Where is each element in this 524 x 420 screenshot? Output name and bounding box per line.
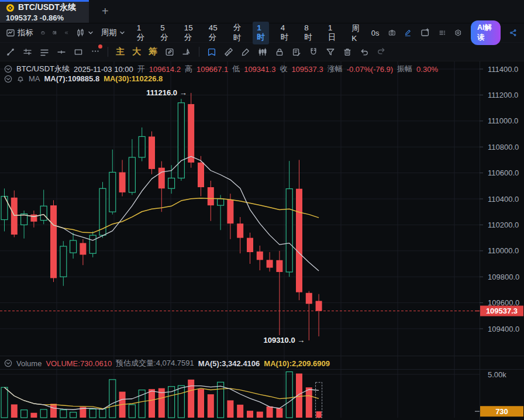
tab-price: 109537.3: [6, 13, 37, 22]
indicator-button[interactable]: 指标: [6, 27, 33, 38]
timeframe-1w[interactable]: 周K: [347, 22, 364, 44]
timeframe-15m[interactable]: 15分: [180, 22, 197, 44]
save-layout-icon[interactable]: [41, 28, 45, 37]
indicator-label: 指标: [18, 27, 33, 38]
ma-name: MA: [29, 74, 40, 83]
drawing-toolbar: 主 大 筹: [0, 43, 524, 61]
svg-text:110200.0: 110200.0: [488, 221, 519, 229]
svg-text:111400.0: 111400.0: [488, 65, 518, 74]
amplitude-label: 振幅: [397, 64, 412, 74]
tab-bar: BTC/USDT永续 109537.3 -0.86% +: [0, 0, 524, 23]
filter-funnel-icon[interactable]: [326, 47, 335, 57]
ohlc-datetime: 2025-11-03 10:00: [74, 65, 133, 74]
settings-gear-icon[interactable]: [454, 28, 462, 37]
rewind-icon[interactable]: [64, 28, 68, 37]
svg-text:109310.0 →: 109310.0 →: [263, 336, 305, 345]
big-order-tool[interactable]: 大: [132, 46, 141, 57]
tab-change: -0.86%: [40, 13, 64, 22]
magnet-icon[interactable]: [309, 47, 318, 57]
current-volume-value: VOLUME:730.0610: [46, 359, 112, 368]
chart-region[interactable]: 109537.3111400.0111200.0111000.0110800.0…: [0, 61, 524, 420]
chip-distribution-tool[interactable]: 筹: [149, 46, 157, 57]
add-tab-button[interactable]: +: [89, 0, 122, 23]
collapse-chevron-icon[interactable]: [4, 359, 12, 367]
template-edit-icon[interactable]: [165, 47, 174, 57]
timeframe-1d[interactable]: 1日: [324, 22, 340, 44]
more-tools-button[interactable]: [91, 46, 100, 58]
change-value: -0.07%(-76.9): [347, 65, 393, 74]
redo-icon[interactable]: [377, 46, 386, 56]
main-chart-tool[interactable]: 主: [116, 46, 125, 57]
estimated-volume-value: 预估成交量:4,074.7591: [116, 358, 194, 369]
svg-text:111000.0: 111000.0: [488, 116, 518, 125]
svg-text:109537.3: 109537.3: [486, 307, 518, 315]
volume-ma10-value: MA(10):2,209.6909: [264, 359, 330, 368]
open-value: 109614.2: [149, 65, 181, 74]
svg-text:110000.0: 110000.0: [488, 246, 519, 255]
candle-countdown: 0s: [371, 29, 380, 37]
undo-icon[interactable]: [360, 47, 369, 57]
timeframe-8h[interactable]: 8时: [300, 22, 316, 44]
cross-line-tool-icon[interactable]: [57, 47, 66, 57]
timeframe-1h-selected[interactable]: 1时: [253, 22, 269, 44]
timeframe-4h[interactable]: 4时: [277, 22, 293, 44]
high-value: 109667.1: [196, 65, 228, 74]
trash-icon[interactable]: [343, 47, 352, 57]
volume-info-row: Volume VOLUME:730.0610 预估成交量:4,074.7591 …: [4, 358, 330, 369]
collapse-chevron-icon[interactable]: [4, 75, 12, 83]
trend-line-tool-icon[interactable]: [6, 47, 15, 57]
alert-bell-icon[interactable]: [16, 75, 25, 83]
main-toolbar: 指标 周期 1分 5分 15分 45分 分时 1时 4时 8时 1日 周K 0s…: [0, 23, 524, 43]
svg-text:5.00k: 5.00k: [488, 370, 506, 379]
timeframe-45m[interactable]: 45分: [205, 22, 222, 44]
candle-group-icon[interactable]: [258, 47, 267, 57]
chart-style-button[interactable]: [76, 28, 94, 37]
ai-analysis-button[interactable]: AI解读: [471, 20, 501, 45]
ruler-icon[interactable]: [224, 47, 233, 57]
indicator-chart-icon: [6, 28, 15, 37]
lock-icon[interactable]: [275, 47, 284, 57]
timeframe-1m[interactable]: 1分: [133, 22, 149, 44]
ohlc-symbol: BTC/USDT永续: [16, 64, 70, 74]
low-label: 低: [232, 64, 240, 74]
close-label: 收: [280, 64, 287, 74]
ohlc-info-row: BTC/USDT永续 2025-11-03 10:00 开 109614.2 高…: [4, 64, 438, 74]
low-value: 109341.3: [244, 65, 275, 74]
brush-icon[interactable]: [241, 47, 250, 57]
svg-text:111200.0: 111200.0: [488, 91, 518, 99]
toolbar-divider: [108, 47, 108, 57]
candle-style-icon: [76, 28, 85, 37]
chevron-down-icon: [88, 30, 94, 36]
rectangle-tool-icon[interactable]: [74, 47, 83, 57]
timeframe-5m[interactable]: 5分: [156, 22, 173, 44]
add-pane-icon[interactable]: [420, 28, 430, 37]
svg-text:730: 730: [495, 407, 508, 416]
draw-pencil-icon[interactable]: [404, 28, 412, 37]
close-value: 109537.3: [291, 65, 323, 74]
horizontal-lines-tool-icon[interactable]: [23, 47, 32, 57]
line-cursor-icon[interactable]: [182, 47, 191, 57]
svg-text:110800.0: 110800.0: [488, 143, 519, 152]
notification-dot: [98, 44, 102, 49]
share-icon[interactable]: [509, 28, 517, 37]
open-label: 开: [137, 64, 145, 74]
volume-ma5-value: MA(5):3,342.4106: [198, 359, 260, 368]
timeframe-line[interactable]: 分时: [229, 20, 246, 45]
chevron-down-icon: [119, 30, 125, 36]
note-edit-icon[interactable]: [292, 47, 301, 57]
period-dropdown[interactable]: 周期: [101, 27, 125, 38]
layout-grid-icon[interactable]: [53, 28, 57, 37]
svg-text:109400.0: 109400.0: [488, 325, 519, 333]
symbol-tab[interactable]: BTC/USDT永续 109537.3 -0.86%: [0, 0, 89, 23]
bookmark-icon[interactable]: [207, 47, 216, 57]
change-label: 涨幅: [328, 64, 343, 74]
exchange-logo-icon: [6, 4, 15, 12]
parallel-lines-tool-icon[interactable]: [40, 47, 49, 57]
svg-text:109600.0: 109600.0: [488, 298, 519, 307]
collapse-chevron-icon[interactable]: [4, 65, 12, 73]
svg-text:110600.0: 110600.0: [488, 168, 519, 177]
camera-icon[interactable]: [388, 28, 396, 37]
ma30-value: MA(30):110226.8: [104, 74, 163, 83]
object-tree-icon[interactable]: [439, 28, 446, 37]
tab-symbol: BTC/USDT永续: [18, 2, 76, 13]
